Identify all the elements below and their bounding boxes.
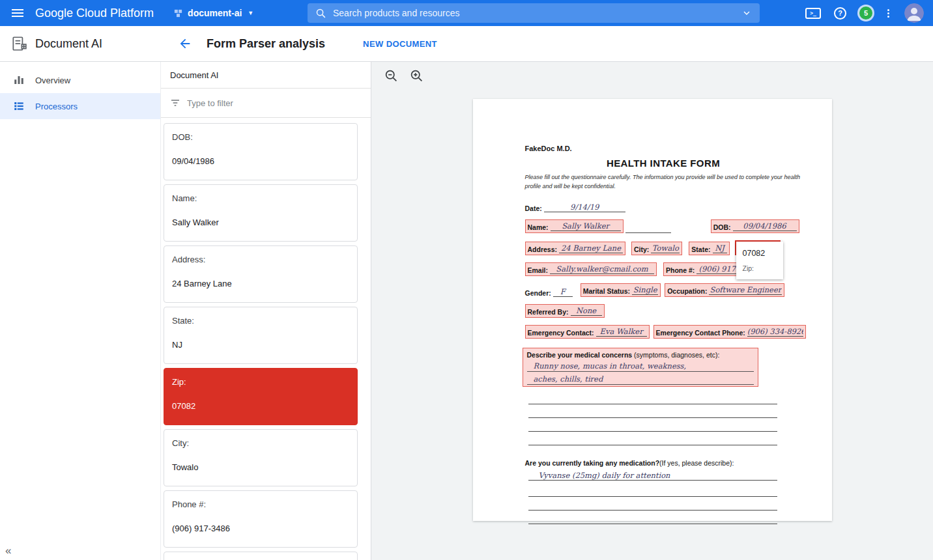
document-ai-icon bbox=[10, 35, 27, 52]
form-row-referred: Referred By: None bbox=[525, 304, 802, 318]
field-label: Phone #: bbox=[172, 499, 349, 509]
search-icon bbox=[315, 8, 326, 19]
field-value: 24 Barney Lane bbox=[172, 279, 349, 288]
emergency-contact-highlight[interactable]: Emergency Contact: Eva Walker bbox=[525, 325, 650, 339]
email-value: Sally.walker@cmail.com bbox=[550, 264, 654, 274]
zoom-controls bbox=[384, 69, 423, 85]
field-card[interactable]: Zip: 07082 bbox=[164, 368, 358, 425]
field-label: Address: bbox=[172, 255, 349, 264]
avatar[interactable] bbox=[904, 3, 924, 23]
dob-highlight[interactable]: DOB: 09/04/1986 bbox=[711, 219, 799, 233]
brand-logo[interactable]: Google Cloud Platform bbox=[35, 7, 154, 20]
top-actions: >_ ? 5 bbox=[805, 3, 924, 23]
field-card[interactable]: Address: 24 Barney Lane bbox=[164, 245, 358, 303]
emergency-contact-value: Eva Walker bbox=[596, 327, 647, 337]
project-icon bbox=[173, 8, 183, 18]
app-title: Document AI bbox=[35, 37, 102, 51]
filter-input[interactable] bbox=[187, 98, 371, 108]
form-row-name-dob: Name: Sally Walker DOB: 09/04/1986 bbox=[525, 219, 802, 233]
sidebar-item-overview[interactable]: Overview bbox=[0, 67, 160, 93]
notifications-badge[interactable]: 5 bbox=[859, 7, 872, 20]
medical-concerns-line2: aches, chills, tired bbox=[527, 372, 754, 385]
zoom-out-icon[interactable] bbox=[384, 69, 398, 85]
document-page[interactable]: FakeDoc M.D. HEALTH INTAKE FORM Please f… bbox=[473, 99, 832, 521]
address-value: 24 Barney Lane bbox=[559, 244, 623, 253]
project-picker[interactable]: document-ai ▼ bbox=[173, 8, 253, 18]
overview-icon bbox=[13, 74, 25, 86]
fields-panel: Document AI DOB: 09/04/1986 Name: Sally … bbox=[161, 62, 371, 560]
medical-concerns-label: Describe your medical concerns (symptoms… bbox=[527, 351, 754, 359]
field-card[interactable]: Phone #: (906) 917-3486 bbox=[164, 490, 358, 548]
form-row-emergency: Emergency Contact: Eva Walker Emergency … bbox=[525, 325, 802, 339]
page-title: Form Parser analysis bbox=[207, 37, 325, 51]
field-value: Sally Walker bbox=[172, 217, 349, 227]
field-card[interactable]: State: NJ bbox=[164, 307, 358, 364]
field-card-list: DOB: 09/04/1986 Name: Sally Walker Addre… bbox=[161, 118, 371, 560]
sidebar: Overview Processors « bbox=[0, 62, 161, 560]
marital-status-highlight[interactable]: Marital Status: Single bbox=[581, 283, 661, 297]
content: Overview Processors « Document AI DOB: 0… bbox=[0, 62, 933, 560]
state-value: NJ bbox=[713, 244, 727, 253]
field-value: Towalo bbox=[172, 462, 349, 472]
city-value: Towalo bbox=[651, 244, 680, 253]
field-card[interactable]: City: Towalo bbox=[164, 429, 358, 486]
field-label: Name: bbox=[172, 193, 349, 203]
emergency-phone-highlight[interactable]: Emergency Contact Phone: (906) 334-8926 bbox=[653, 325, 806, 339]
new-document-button[interactable]: NEW DOCUMENT bbox=[363, 39, 437, 49]
state-highlight[interactable]: State: NJ bbox=[689, 242, 729, 255]
name-value: Sally Walker bbox=[551, 221, 621, 231]
medical-concerns-highlight[interactable]: Describe your medical concerns (symptoms… bbox=[523, 348, 758, 387]
entity-tooltip: 07082 Zip: bbox=[736, 242, 783, 279]
referred-by-highlight[interactable]: Referred By: None bbox=[525, 304, 605, 318]
tooltip-label: Zip: bbox=[743, 264, 777, 272]
search-chevron-down-icon[interactable] bbox=[741, 8, 752, 18]
blank-line bbox=[625, 224, 671, 233]
field-card[interactable]: Name: Sally Walker bbox=[164, 184, 358, 242]
gender-value: F bbox=[553, 287, 573, 297]
blank-line bbox=[528, 483, 777, 497]
occupation-highlight[interactable]: Occupation: Software Engineer bbox=[665, 283, 784, 297]
sidebar-item-processors[interactable]: Processors bbox=[0, 93, 160, 119]
sidebar-item-label: Overview bbox=[35, 76, 70, 85]
back-arrow-icon[interactable] bbox=[178, 36, 192, 51]
cloud-shell-icon[interactable]: >_ bbox=[805, 8, 821, 19]
email-highlight[interactable]: Email: Sally.walker@cmail.com bbox=[525, 262, 657, 276]
medical-concerns-line1: Runny nose, mucas in throat, weakness, bbox=[527, 359, 754, 372]
more-options-icon[interactable] bbox=[885, 8, 891, 19]
menu-icon[interactable] bbox=[12, 7, 23, 19]
chevron-down-icon: ▼ bbox=[248, 10, 253, 16]
filter-row bbox=[161, 89, 371, 118]
referred-by-value: None bbox=[571, 306, 602, 316]
blank-line bbox=[528, 511, 777, 524]
search-input[interactable] bbox=[333, 8, 741, 18]
document-viewer: FakeDoc M.D. HEALTH INTAKE FORM Please f… bbox=[371, 62, 933, 560]
field-card[interactable]: DOB: 09/04/1986 bbox=[164, 123, 358, 180]
sidebar-item-label: Processors bbox=[35, 102, 78, 111]
city-highlight[interactable]: City: Towalo bbox=[631, 242, 682, 255]
date-value: 9/14/19 bbox=[544, 203, 625, 212]
doc-title: HEALTH INTAKE FORM bbox=[525, 158, 802, 169]
emergency-phone-value: (906) 334-8926 bbox=[747, 327, 803, 337]
form-row-gender: Gender: F Marital Status: Single Occupat… bbox=[525, 283, 802, 297]
tooltip-value: 07082 bbox=[743, 249, 777, 258]
field-label: City: bbox=[172, 438, 349, 448]
field-value: 07082 bbox=[172, 401, 349, 411]
app-header-left: Document AI bbox=[0, 35, 161, 52]
collapse-panel-icon[interactable]: « bbox=[5, 544, 11, 557]
app-header: Document AI Form Parser analysis NEW DOC… bbox=[0, 26, 933, 62]
search-bar[interactable] bbox=[308, 3, 760, 23]
blank-line bbox=[528, 497, 777, 511]
address-highlight[interactable]: Address: 24 Barney Lane bbox=[525, 242, 626, 255]
doc-author: FakeDoc M.D. bbox=[525, 145, 802, 152]
form-row-date: Date: 9/14/19 bbox=[525, 201, 802, 212]
field-card-partial[interactable] bbox=[164, 552, 358, 560]
zoom-in-icon[interactable] bbox=[410, 69, 423, 85]
name-highlight[interactable]: Name: Sally Walker bbox=[525, 219, 624, 233]
processors-icon bbox=[13, 100, 25, 112]
blank-line bbox=[528, 404, 777, 418]
marital-status-value: Single bbox=[632, 285, 658, 295]
help-icon[interactable]: ? bbox=[834, 7, 846, 20]
field-label: DOB: bbox=[172, 132, 349, 142]
project-name: document-ai bbox=[188, 8, 242, 18]
field-value: NJ bbox=[172, 340, 349, 350]
